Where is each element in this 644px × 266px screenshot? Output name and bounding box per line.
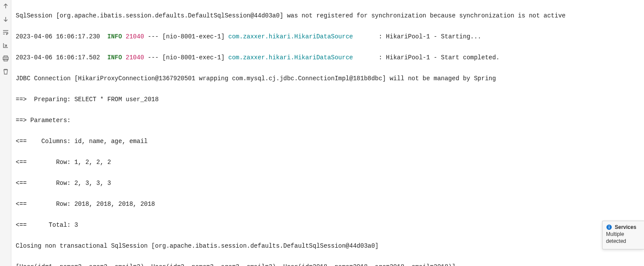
log-pid: 21040 bbox=[122, 33, 144, 40]
notification-title: Services bbox=[615, 224, 636, 231]
services-notification[interactable]: Services Multiple detected bbox=[602, 221, 644, 249]
log-logger: com.zaxxer.hikari.HikariDataSource bbox=[228, 33, 353, 40]
log-line: SqlSession [org.apache.ibatis.session.de… bbox=[16, 10, 641, 21]
notification-body: Multiple bbox=[606, 231, 641, 238]
arrow-down-icon[interactable] bbox=[2, 16, 9, 23]
log-line: 2023-04-06 16:06:17.230 INFO 21040 --- [… bbox=[16, 31, 641, 42]
svg-point-5 bbox=[609, 225, 610, 226]
log-level-info: INFO bbox=[107, 54, 122, 61]
log-line: ==> Parameters: bbox=[16, 115, 641, 126]
print-icon[interactable] bbox=[2, 55, 9, 62]
info-icon bbox=[606, 224, 612, 230]
log-line: <== Row: 1, 2, 2, 2 bbox=[16, 157, 641, 167]
log-line: 2023-04-06 16:06:17.502 INFO 21040 --- [… bbox=[16, 52, 641, 63]
console-output[interactable]: SqlSession [org.apache.ibatis.session.de… bbox=[11, 0, 644, 266]
log-level-info: INFO bbox=[107, 33, 122, 40]
scroll-to-end-icon[interactable] bbox=[2, 42, 9, 49]
log-line: <== Columns: id, name, age, email bbox=[16, 136, 641, 147]
svg-rect-4 bbox=[609, 227, 609, 228]
log-line: <== Total: 3 bbox=[16, 220, 641, 230]
soft-wrap-icon[interactable] bbox=[2, 29, 9, 36]
console-gutter bbox=[0, 0, 11, 266]
log-line: <== Row: 2018, 2018, 2018, 2018 bbox=[16, 199, 641, 209]
log-line: Closing non transactional SqlSession [or… bbox=[16, 241, 641, 251]
log-line: ==> Preparing: SELECT * FROM user_2018 bbox=[16, 94, 641, 105]
log-line: [User(id=1, name=2, age=2, email=2), Use… bbox=[16, 262, 641, 266]
log-pid: 21040 bbox=[122, 54, 144, 61]
notification-body: detected bbox=[606, 238, 641, 245]
log-line: JDBC Connection [HikariProxyConnection@1… bbox=[16, 73, 641, 84]
log-line: <== Row: 2, 3, 3, 3 bbox=[16, 178, 641, 188]
log-logger: com.zaxxer.hikari.HikariDataSource bbox=[228, 54, 353, 61]
arrow-up-icon[interactable] bbox=[2, 3, 9, 10]
trash-icon[interactable] bbox=[2, 68, 9, 75]
